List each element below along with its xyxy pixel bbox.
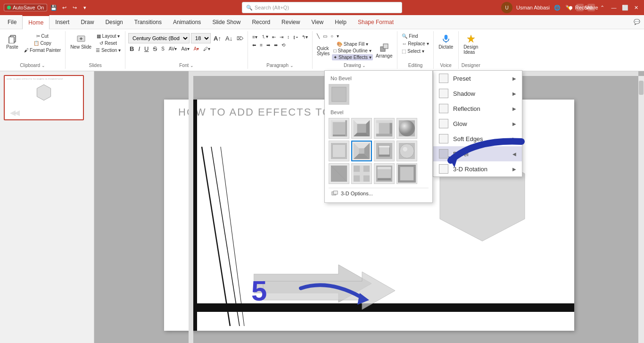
effects-3d-rotation[interactable]: 3-D Rotation ▶	[433, 161, 522, 176]
clear-format-button[interactable]: ⌦	[235, 35, 245, 42]
restore-button[interactable]: ⬜	[621, 4, 629, 11]
decrease-font-button[interactable]: A↓	[224, 34, 234, 42]
align-right-button[interactable]: ➡	[265, 42, 272, 48]
strikethrough-button[interactable]: S	[152, 45, 159, 53]
highlight-color-button[interactable]: 🖊▾	[202, 46, 212, 52]
search-bar[interactable]: 🔍 Search (Alt+Q)	[242, 2, 402, 13]
design-ideas-button[interactable]: DesignIdeas	[462, 33, 480, 56]
bold-button[interactable]: B	[128, 45, 135, 53]
tab-record[interactable]: Record	[246, 15, 276, 29]
tab-help[interactable]: Help	[329, 15, 352, 29]
bevel-item-3[interactable]	[374, 118, 395, 139]
shape-rect-button[interactable]: ▭	[322, 33, 329, 39]
find-button[interactable]: 🔍 Find	[400, 33, 419, 39]
shape-fill-button[interactable]: 🎨 Shape Fill ▾	[332, 41, 373, 47]
slide-thumbnail[interactable]: HOW TO ADD EFFECTS TO SHAPE IN POWERPOIN…	[4, 75, 84, 120]
bevel-item-9[interactable]	[329, 163, 349, 184]
underline-button[interactable]: U	[143, 45, 150, 53]
bullets-button[interactable]: ≡▾	[251, 34, 259, 40]
increase-font-button[interactable]: A↑	[212, 34, 223, 42]
3d-options-button[interactable]: 3-D Options...	[329, 188, 429, 199]
undo-button[interactable]: ↩	[60, 4, 68, 11]
copy-button[interactable]: 📋Copy	[23, 40, 62, 46]
tab-view[interactable]: View	[305, 15, 329, 29]
reset-button[interactable]: ↺ Reset	[94, 40, 122, 46]
increase-indent-button[interactable]: ⇥	[278, 34, 285, 40]
bevel-item-2[interactable]	[351, 118, 372, 139]
redo-button[interactable]: ↪	[71, 4, 78, 11]
tab-draw[interactable]: Draw	[75, 15, 99, 29]
comments-button[interactable]: 💬	[634, 19, 640, 25]
bevel-item-4[interactable]	[396, 118, 417, 139]
select-button[interactable]: ⬚ Select ▾	[400, 48, 425, 54]
italic-button[interactable]: I	[137, 45, 141, 53]
share-button[interactable]: Share	[587, 4, 595, 11]
quick-styles-button[interactable]: QuickStyles	[315, 45, 331, 57]
layout-button[interactable]: ▦ Layout ▾	[94, 33, 122, 39]
effects-shadow[interactable]: Shadow ▶	[433, 86, 522, 101]
char-spacing-button[interactable]: AV▾	[167, 46, 179, 52]
bevel-item-11[interactable]	[374, 163, 395, 184]
shape-more-button[interactable]: ▾	[335, 33, 340, 39]
autosave-toggle[interactable]: AutoSave On	[4, 4, 47, 11]
shape-line-button[interactable]: ╲	[315, 33, 321, 39]
minimize-button[interactable]: —	[610, 4, 618, 11]
text-direction-button[interactable]: ↰▾	[300, 34, 309, 40]
shape-oval-button[interactable]: ○	[329, 33, 335, 39]
tab-review[interactable]: Review	[276, 15, 305, 29]
bevel-item-5[interactable]	[329, 141, 349, 161]
bevel-item-8[interactable]	[396, 141, 417, 161]
shape-outline-button[interactable]: □ Shape Outline ▾	[332, 48, 373, 54]
align-center-button[interactable]: ≡	[258, 42, 264, 48]
tab-insert[interactable]: Insert	[50, 15, 75, 29]
tab-animations[interactable]: Animations	[167, 15, 206, 29]
tab-transitions[interactable]: Transitions	[129, 15, 167, 29]
font-color-button[interactable]: A▾	[192, 46, 201, 52]
tab-design[interactable]: Design	[99, 15, 128, 29]
tab-slideshow[interactable]: Slide Show	[206, 15, 246, 29]
cut-button[interactable]: ✂Cut	[23, 33, 62, 39]
justify-button[interactable]: ⬌	[272, 42, 279, 48]
effects-preset[interactable]: Preset ▶	[433, 71, 522, 86]
ribbon-collapse-button[interactable]: ⌃	[599, 4, 606, 11]
font-family-select[interactable]: Century Gothic (Body)	[128, 33, 190, 43]
format-painter-button[interactable]: 🖌Format Painter	[23, 47, 62, 53]
dictate-button[interactable]: Dictate	[437, 33, 455, 50]
customize-button[interactable]: ▾	[81, 4, 89, 11]
bevel-none-item[interactable]	[329, 84, 349, 105]
effects-glow[interactable]: Glow ▶	[433, 116, 522, 131]
effects-soft-edges[interactable]: Soft Edges ▶	[433, 131, 522, 146]
decrease-indent-button[interactable]: ⇤	[271, 34, 277, 40]
user-avatar[interactable]: U	[501, 2, 512, 13]
numbering-button[interactable]: ⒈▾	[260, 33, 270, 41]
shadow-text-button[interactable]: S	[160, 46, 166, 52]
change-case-button[interactable]: Aa▾	[180, 46, 190, 52]
convert-smartart-button[interactable]: ⟲	[280, 42, 287, 48]
scrollbar-thumb[interactable]	[639, 81, 644, 95]
record-title-btn[interactable]: ⏺Record	[576, 4, 584, 11]
shape-effects-button[interactable]: ✦ Shape Effects ▾	[332, 54, 373, 60]
scrollbar-vertical[interactable]	[638, 76, 644, 343]
effects-reflection[interactable]: Reflection ▶	[433, 101, 522, 116]
bevel-item-1[interactable]	[329, 118, 349, 139]
section-button[interactable]: ☰ Section ▾	[94, 47, 122, 53]
line-spacing-button[interactable]: ↕	[286, 34, 291, 40]
font-size-select[interactable]: 18	[191, 33, 211, 43]
tab-shape-format[interactable]: Shape Format	[352, 15, 399, 29]
align-left-button[interactable]: ⬅	[251, 42, 257, 48]
globe-icon[interactable]: 🌐	[553, 4, 561, 11]
arrange-button[interactable]: Arrange	[374, 42, 395, 59]
paste-button[interactable]: Paste	[3, 33, 22, 50]
save-button[interactable]: 💾	[50, 4, 58, 11]
bevel-item-12[interactable]	[396, 163, 417, 184]
tab-file[interactable]: File	[2, 15, 22, 29]
new-slide-button[interactable]: New Slide	[68, 33, 93, 50]
tab-home[interactable]: Home	[22, 15, 50, 29]
columns-button[interactable]: ⫿▾	[292, 34, 299, 40]
bevel-item-6[interactable]	[351, 141, 372, 161]
bevel-item-7[interactable]	[374, 141, 395, 161]
effects-bevel[interactable]: Bevel ◀	[433, 146, 522, 161]
replace-button[interactable]: ↔ Replace ▾	[400, 41, 430, 47]
close-button[interactable]: ✕	[633, 4, 640, 11]
bevel-item-10[interactable]	[351, 163, 372, 184]
